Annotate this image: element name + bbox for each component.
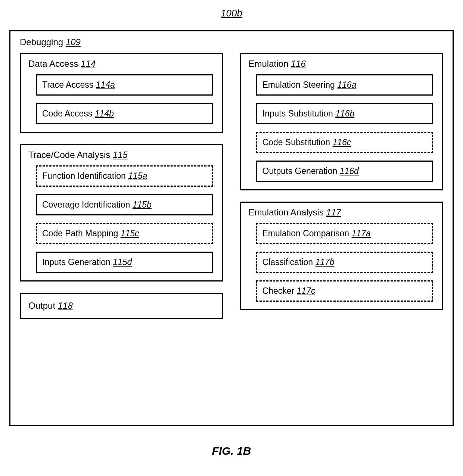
component-ref: 116b bbox=[335, 109, 354, 118]
output-module: Output 118 bbox=[20, 293, 223, 319]
data-access-module: Data Access 114 Trace Access 114aCode Ac… bbox=[20, 53, 223, 133]
component-box: Emulation Comparison 117a bbox=[256, 223, 434, 244]
emulation-label: Emulation bbox=[249, 59, 289, 69]
component-label: Checker bbox=[262, 286, 297, 296]
component-label: Trace Access bbox=[42, 80, 96, 90]
component-box: Classification 117b bbox=[256, 252, 434, 273]
component-box: Checker 117c bbox=[256, 280, 434, 302]
component-box: Code Access 114b bbox=[36, 103, 213, 124]
right-column: Emulation 116 Emulation Steering 116aInp… bbox=[240, 53, 444, 319]
component-label: Emulation Comparison bbox=[262, 228, 352, 238]
component-ref: 115d bbox=[113, 257, 132, 267]
component-box: Coverage Identification 115b bbox=[36, 194, 213, 215]
component-box: Emulation Steering 116a bbox=[256, 74, 434, 96]
trace-code-analysis-module: Trace/Code Analysis 115 Function Identif… bbox=[20, 144, 223, 281]
emulation-analysis-title: Emulation Analysis 117 bbox=[249, 207, 435, 218]
trace-code-analysis-ref: 115 bbox=[113, 150, 128, 160]
emulation-module: Emulation 116 Emulation Steering 116aInp… bbox=[240, 53, 444, 190]
emulation-items: Emulation Steering 116aInputs Substituti… bbox=[249, 74, 435, 182]
figure-page: 100b Debugging 109 Data Access 114 Trace… bbox=[0, 0, 463, 476]
trace-code-analysis-title: Trace/Code Analysis 115 bbox=[28, 150, 215, 160]
figure-caption: FIG. 1B bbox=[9, 445, 454, 457]
component-box: Code Path Mapping 115c bbox=[36, 223, 213, 244]
columns: Data Access 114 Trace Access 114aCode Ac… bbox=[20, 53, 443, 319]
emulation-analysis-label: Emulation Analysis bbox=[249, 207, 324, 217]
component-label: Function Identification bbox=[42, 171, 128, 181]
emulation-analysis-items: Emulation Comparison 117aClassification … bbox=[249, 223, 435, 302]
emulation-analysis-ref: 117 bbox=[326, 207, 341, 217]
figure-id: 100b bbox=[9, 7, 454, 19]
debugging-title: Debugging 109 bbox=[20, 37, 443, 47]
component-ref: 115b bbox=[133, 200, 152, 209]
emulation-ref: 116 bbox=[291, 59, 306, 69]
component-label: Emulation Steering bbox=[262, 80, 338, 90]
data-access-title: Data Access 114 bbox=[28, 59, 215, 69]
component-box: Inputs Substitution 116b bbox=[256, 103, 434, 124]
component-label: Inputs Generation bbox=[42, 257, 113, 267]
component-ref: 116c bbox=[332, 137, 351, 147]
emulation-title: Emulation 116 bbox=[249, 59, 435, 69]
component-ref: 114b bbox=[95, 109, 114, 118]
debugging-container: Debugging 109 Data Access 114 Trace Acce… bbox=[9, 30, 454, 426]
component-ref: 114a bbox=[96, 80, 115, 90]
debugging-label: Debugging bbox=[20, 37, 63, 47]
debugging-ref: 109 bbox=[66, 37, 81, 47]
component-label: Code Path Mapping bbox=[42, 228, 121, 238]
emulation-analysis-module: Emulation Analysis 117 Emulation Compari… bbox=[240, 202, 444, 310]
component-label: Classification bbox=[262, 257, 316, 267]
data-access-ref: 114 bbox=[81, 59, 96, 69]
component-ref: 115c bbox=[121, 228, 139, 238]
output-ref: 118 bbox=[58, 301, 73, 311]
component-ref: 117c bbox=[297, 286, 316, 296]
component-box: Outputs Generation 116d bbox=[256, 161, 434, 182]
left-column: Data Access 114 Trace Access 114aCode Ac… bbox=[20, 53, 223, 319]
trace-code-analysis-label: Trace/Code Analysis bbox=[28, 150, 110, 160]
component-box: Code Substitution 116c bbox=[256, 132, 434, 153]
data-access-items: Trace Access 114aCode Access 114b bbox=[28, 74, 215, 124]
component-ref: 115a bbox=[128, 171, 147, 181]
trace-code-analysis-items: Function Identification 115aCoverage Ide… bbox=[28, 165, 215, 273]
component-ref: 116d bbox=[340, 166, 359, 176]
component-label: Outputs Generation bbox=[262, 166, 340, 176]
component-label: Code Access bbox=[42, 109, 95, 118]
component-box: Trace Access 114a bbox=[36, 74, 213, 96]
component-label: Inputs Substitution bbox=[262, 109, 336, 118]
component-box: Inputs Generation 115d bbox=[36, 252, 213, 273]
component-label: Code Substitution bbox=[262, 137, 333, 147]
component-ref: 117a bbox=[352, 228, 371, 238]
component-box: Function Identification 115a bbox=[36, 165, 213, 187]
component-label: Coverage Identification bbox=[42, 200, 133, 209]
component-ref: 117b bbox=[315, 257, 334, 267]
component-ref: 116a bbox=[337, 80, 356, 90]
data-access-label: Data Access bbox=[28, 59, 78, 69]
output-label: Output bbox=[28, 301, 55, 311]
